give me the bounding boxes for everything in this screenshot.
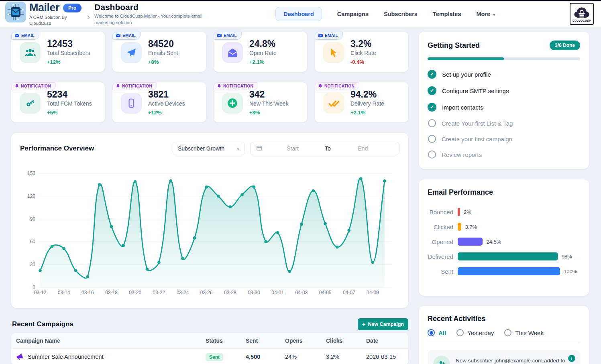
svg-text:04-07: 04-07 [343, 290, 355, 295]
date-start-input[interactable]: Start [262, 145, 323, 152]
performance-title: Performance Overview [20, 144, 94, 153]
progress-badge: 3/6 Done [550, 41, 580, 50]
stat-value: 3821 [148, 90, 185, 99]
col-status: Status [201, 333, 241, 348]
bar-opened [458, 238, 483, 246]
email-badge: EMAIL [315, 32, 343, 40]
checklist-item-reports[interactable]: Review reports [428, 150, 580, 159]
stat-card-active-devices: NOTIFICATION 3821 Active Devices +12% [112, 82, 206, 122]
notification-badge: NOTIFICATION [315, 82, 359, 90]
bar-delivered [458, 252, 558, 260]
campaign-clicks: 3.2% [321, 348, 361, 364]
double-check-icon [323, 93, 344, 114]
stat-change: +12% [47, 59, 90, 65]
bell-icon [15, 84, 19, 88]
date-end-input[interactable]: End [332, 145, 393, 152]
users-icon [20, 42, 41, 63]
calendar-icon [256, 145, 262, 152]
filter-all[interactable]: All [428, 329, 446, 336]
notification-badge: NOTIFICATION [112, 82, 157, 90]
envelope-icon [217, 34, 222, 37]
cursor-icon [323, 42, 344, 63]
notification-badge: NOTIFICATION [11, 82, 56, 90]
stat-label: Delivery Rate [350, 100, 384, 107]
svg-text:90: 90 [30, 216, 36, 222]
stat-value: 12453 [47, 39, 90, 49]
svg-text:03-22: 03-22 [153, 290, 165, 295]
stat-card-fcm-tokens: NOTIFICATION 5234 Total FCM Tokens +5% [11, 82, 105, 122]
svg-text:03-24: 03-24 [177, 290, 189, 295]
checklist-item-campaign[interactable]: Create your first campaign [428, 135, 580, 143]
checklist-item-smtp[interactable]: ✔ Configure SMTP settings [428, 86, 580, 95]
plus-icon: + [362, 320, 366, 328]
envelope-icon [15, 34, 19, 37]
performance-overview-panel: Performance Overview Subscriber Growth ∨… [11, 133, 408, 308]
svg-text:04-03: 04-03 [295, 290, 308, 295]
check-circle-icon: ✔ [428, 70, 436, 79]
stat-change: +8% [148, 59, 178, 65]
topbar: Mailer Pro A CRM Solution By CloudCusp D… [0, 1, 601, 27]
cloudcusp-logo-text: CLOUDCUSP [572, 19, 591, 22]
stat-change: +2.1% [350, 110, 384, 116]
envelope-icon [116, 34, 120, 37]
stat-card-total-subscribers: EMAIL 12453 Total Subscribers +12% [11, 32, 105, 72]
stat-card-open-rate: EMAIL 24.8% Open Rate +2.1% [214, 32, 307, 72]
user-plus-icon [433, 356, 450, 364]
circle-icon [428, 119, 436, 127]
svg-text:04-01: 04-01 [271, 290, 284, 295]
bar-row-opened: Opened 24.5% [428, 238, 580, 246]
bar-row-clicked: Clicked 3.7% [428, 223, 580, 231]
stat-value: 94.2% [350, 90, 384, 99]
filter-this-week[interactable]: This Week [504, 329, 544, 336]
metric-select[interactable]: Subscriber Growth ∨ [173, 142, 245, 155]
svg-text:03-20: 03-20 [129, 290, 141, 295]
plus-circle-icon [222, 93, 243, 114]
checklist-item-list-tag[interactable]: Create Your first List & Tag [428, 119, 580, 127]
stat-label: Active Devices [148, 100, 185, 107]
filter-yesterday[interactable]: Yesterday [456, 329, 494, 336]
recent-campaigns-title: Recent Campaigns [12, 320, 73, 328]
stat-label: New This Week [249, 100, 289, 107]
mail-open-icon [222, 42, 243, 63]
activity-filters: All Yesterday This Week [428, 329, 580, 336]
tab-campaigns[interactable]: Campaigns [337, 11, 369, 17]
circle-icon [428, 150, 436, 159]
svg-text:03-16: 03-16 [81, 290, 94, 295]
brand: Mailer Pro A CRM Solution By CloudCusp [5, 2, 81, 26]
breadcrumb-chevron-icon [86, 14, 91, 22]
tab-dashboard[interactable]: Dashboard [275, 7, 322, 21]
getting-started-title: Getting Started [428, 41, 480, 50]
bar-row-sent: Sent 100% [428, 267, 580, 275]
cloudcusp-logo: CLOUDCUSP [570, 3, 594, 25]
bell-icon [217, 84, 221, 88]
recent-activities-panel: Recent Activities All Yesterday This Wee… [419, 306, 589, 364]
svg-text:150: 150 [27, 171, 35, 176]
email-badge: EMAIL [112, 32, 141, 40]
info-icon[interactable]: i [568, 355, 575, 362]
circle-icon [428, 135, 436, 143]
activity-item: New subscriber john@example.com added to… [428, 350, 580, 364]
campaign-row[interactable]: Summer Sale Announcement Sent 4,500 24% … [11, 348, 408, 364]
recent-activities-title: Recent Activities [428, 315, 485, 323]
col-sent: Sent [241, 333, 280, 348]
svg-text:03-18: 03-18 [105, 290, 118, 295]
tab-subscribers[interactable]: Subscribers [384, 11, 418, 17]
chevron-down-icon: ▼ [492, 13, 496, 17]
bar-row-delivered: Delivered 98% [428, 252, 580, 260]
checklist-item-import[interactable]: ✔ Import contacts [428, 103, 580, 112]
email-badge: EMAIL [214, 32, 242, 40]
tab-more[interactable]: More▼ [476, 11, 496, 17]
campaign-opens: 24% [280, 348, 321, 364]
new-campaign-button[interactable]: + New Campaign [358, 318, 408, 330]
brand-name: Mailer [29, 2, 59, 14]
checklist-item-profile[interactable]: ✔ Set up your profile [428, 70, 580, 79]
getting-started-panel: Getting Started 3/6 Done ✔ Set up your p… [419, 32, 589, 169]
page-title: Dashboard [94, 2, 206, 12]
radio-icon [456, 329, 464, 336]
stat-label: Emails Sent [148, 50, 178, 56]
tab-templates[interactable]: Templates [433, 11, 461, 17]
page-header: Dashboard Welcome to CloudCusp Mailer - … [94, 2, 206, 26]
stat-change: -0.4% [350, 59, 376, 65]
notification-badge: NOTIFICATION [214, 82, 258, 90]
svg-text:03-14: 03-14 [58, 290, 70, 295]
